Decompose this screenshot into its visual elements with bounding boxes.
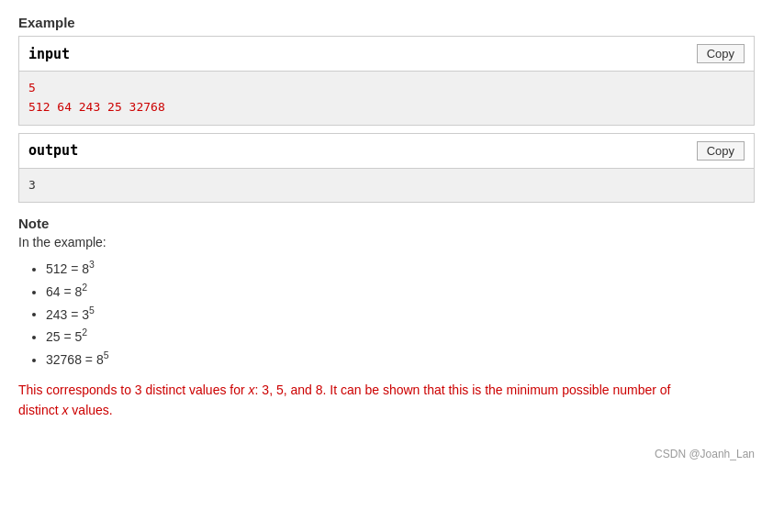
note-conclusion: This corresponds to 3 distinct values fo… — [18, 380, 707, 421]
list-item: 25 = 52 — [46, 327, 755, 344]
input-content: 5 512 64 243 25 32768 — [19, 72, 754, 125]
note-title: Note — [18, 216, 755, 231]
note-intro: In the example: — [18, 235, 755, 249]
output-copy-button[interactable]: Copy — [697, 141, 745, 161]
output-block: output Copy 3 — [18, 133, 755, 204]
note-section: Note In the example: 512 = 83 64 = 82 24… — [18, 216, 755, 420]
input-line2: 512 64 243 25 32768 — [28, 98, 745, 117]
output-label: output — [28, 142, 78, 159]
example-section: Example input Copy 5 512 64 243 25 32768… — [18, 15, 755, 203]
output-content: 3 — [19, 169, 754, 203]
example-title: Example — [18, 15, 755, 30]
output-header: output Copy — [19, 134, 754, 169]
list-item: 32768 = 85 — [46, 349, 755, 367]
list-item: 512 = 83 — [46, 259, 755, 276]
input-label: input — [28, 46, 70, 62]
footer-credit: CSDN @Joanh_Lan — [18, 448, 755, 460]
bullet-list: 512 = 83 64 = 82 243 = 35 25 = 52 32768 … — [18, 259, 755, 366]
input-header: input Copy — [19, 37, 754, 72]
input-line1: 5 — [28, 79, 745, 98]
input-copy-button[interactable]: Copy — [697, 44, 745, 63]
output-line1: 3 — [28, 176, 745, 195]
list-item: 64 = 82 — [46, 282, 755, 299]
list-item: 243 = 35 — [46, 305, 755, 322]
input-block: input Copy 5 512 64 243 25 32768 — [18, 36, 755, 126]
